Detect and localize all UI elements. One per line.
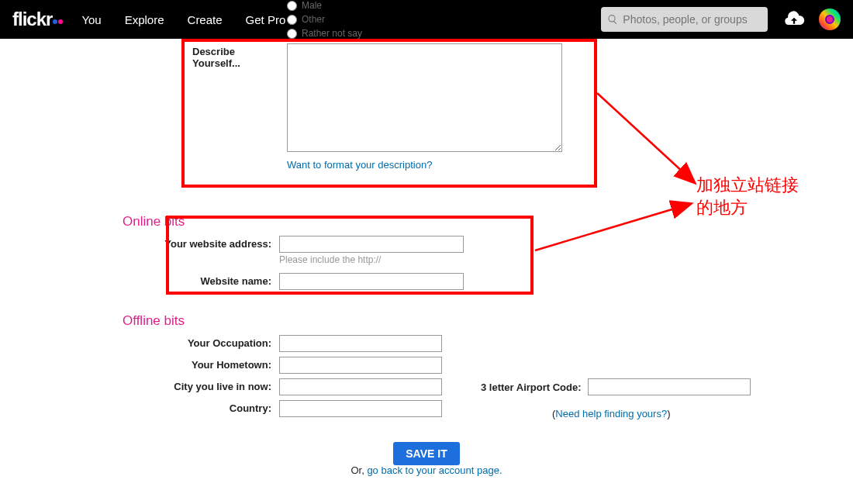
website-address-input[interactable] — [279, 236, 464, 253]
annotation-line2: 的地方 — [696, 197, 799, 219]
country-input[interactable] — [279, 400, 442, 417]
or-prefix: Or, — [351, 464, 367, 476]
offline-bits-heading: Offline bits — [123, 313, 853, 329]
airport-code-input[interactable] — [588, 378, 751, 395]
gender-radio-peek: Male Other Rather not say — [287, 0, 362, 42]
top-nav: flickr You Explore Create Get Pro — [0, 0, 853, 39]
nav-you[interactable]: You — [81, 13, 101, 26]
radio-male[interactable] — [287, 1, 297, 11]
website-name-label: Website name: — [0, 273, 279, 287]
nav-get-pro[interactable]: Get Pro — [246, 13, 286, 26]
back-to-account-link[interactable]: go back to your account page. — [367, 464, 502, 476]
flickr-logo[interactable]: flickr — [12, 9, 63, 30]
save-row: SAVE IT — [0, 442, 853, 465]
radio-other[interactable] — [287, 15, 297, 25]
search-input[interactable] — [623, 13, 761, 26]
annotation-line1: 加独立站链接 — [696, 174, 799, 197]
nav-create[interactable]: Create — [188, 13, 223, 26]
upload-icon[interactable] — [783, 9, 805, 30]
website-address-label: Your website address: — [0, 236, 279, 250]
describe-textarea[interactable] — [287, 43, 562, 152]
logo-text: flickr — [12, 9, 52, 29]
country-label: Country: — [0, 400, 279, 414]
occupation-input[interactable] — [279, 335, 442, 352]
format-description-link[interactable]: Want to format your description? — [287, 159, 432, 171]
annotation-text: 加独立站链接 的地方 — [696, 174, 799, 219]
radio-rather-not-say[interactable] — [287, 29, 297, 39]
save-button[interactable]: SAVE IT — [393, 442, 459, 465]
nav-explore[interactable]: Explore — [125, 13, 164, 26]
describe-section: Describe Yourself... Want to format your… — [0, 43, 853, 171]
hometown-label: Your Hometown: — [0, 357, 279, 371]
svg-line-1 — [535, 204, 690, 250]
or-row: Or, go back to your account page. — [0, 464, 853, 476]
radio-other-label: Other — [302, 14, 325, 25]
describe-label: Describe Yourself... — [0, 43, 287, 69]
website-address-hint: Please include the http:// — [279, 254, 464, 265]
search-box[interactable] — [601, 7, 768, 32]
occupation-label: Your Occupation: — [0, 335, 279, 349]
svg-line-0 — [597, 93, 694, 182]
city-input[interactable] — [279, 378, 442, 395]
avatar[interactable] — [819, 9, 841, 30]
hometown-input[interactable] — [279, 357, 442, 374]
logo-dots — [52, 9, 63, 30]
search-icon — [607, 13, 618, 26]
website-name-input[interactable] — [279, 273, 464, 290]
airport-code-label: 3 letter Airport Code: — [481, 381, 582, 393]
airport-code-group: 3 letter Airport Code: — [481, 378, 751, 395]
offline-bits-section: Offline bits Your Occupation: Your Homet… — [0, 299, 853, 422]
annotation-arrow-2 — [535, 200, 706, 264]
airport-help-link[interactable]: Need help finding yours? — [555, 408, 667, 419]
radio-male-label: Male — [302, 0, 322, 11]
city-label: City you live in now: — [0, 378, 279, 392]
airport-help-paren-close: ) — [667, 408, 670, 419]
radio-rns-label: Rather not say — [302, 28, 362, 39]
